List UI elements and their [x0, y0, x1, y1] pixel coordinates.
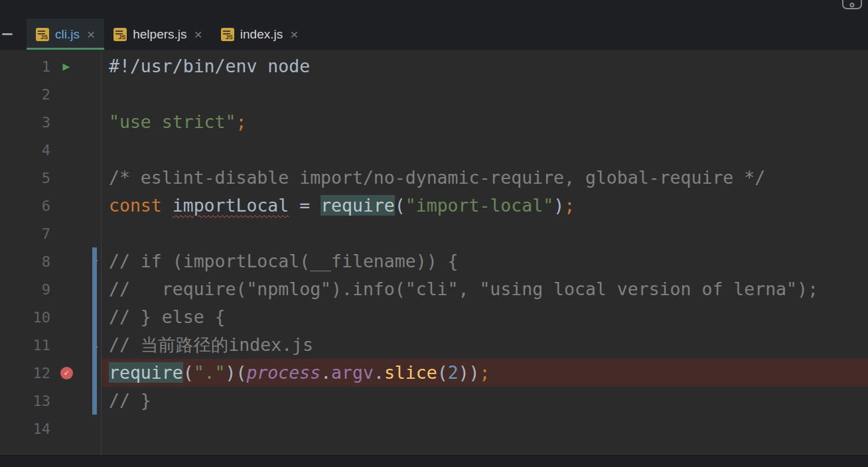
code-line: 7	[0, 220, 868, 247]
tab-cli-js[interactable]: JS cli.js ×	[27, 19, 104, 50]
code-text[interactable]	[101, 136, 868, 164]
code-text[interactable]	[101, 415, 868, 442]
gutter-icon-slot: ▶	[50, 60, 82, 72]
fold-slot: ▵	[82, 340, 101, 350]
token-plain: .	[321, 362, 331, 383]
token-plain: ))	[459, 362, 480, 383]
run-icon[interactable]: ▶	[63, 60, 70, 72]
token-plain: #!/usr/bin/env node	[109, 56, 310, 76]
code-text[interactable]: // if (importLocal(__filename)) {	[101, 247, 868, 275]
token-error: importLocal	[173, 195, 289, 216]
line-number[interactable]: 14	[0, 421, 50, 437]
token-semi: ;	[480, 362, 490, 383]
code-editor: 1▶#!/usr/bin/env node23"use strict";45/*…	[0, 50, 868, 455]
code-text[interactable]: // 当前路径的index.js	[101, 331, 868, 359]
fold-slot: ▿	[82, 256, 101, 267]
status-bar	[0, 455, 868, 467]
js-file-icon-label: JS	[118, 34, 125, 40]
editor-tab-bar: JS cli.js × JS helpers.js × JS index.js …	[0, 19, 868, 50]
code-line: 10// } else {	[0, 303, 868, 331]
token-plain: .	[374, 362, 384, 383]
code-line: 3"use strict";	[0, 108, 868, 136]
code-text[interactable]: /* eslint-disable import/no-dynamic-requ…	[101, 164, 868, 192]
close-tab-icon[interactable]: ×	[290, 27, 298, 41]
line-number[interactable]: 8	[0, 253, 50, 270]
code-line: 13// }	[0, 387, 868, 415]
tab-index-js[interactable]: JS index.js ×	[212, 19, 308, 50]
token-occurrence: require	[321, 195, 395, 216]
toolbar-icon[interactable]	[842, 0, 862, 9]
token-keyword: const	[109, 195, 162, 216]
code-line: 14	[0, 415, 868, 442]
token-plain: (	[437, 362, 448, 383]
js-file-icon-label: JS	[226, 34, 233, 40]
menu-icon[interactable]	[2, 33, 13, 35]
token-plain: (	[183, 362, 194, 383]
line-number[interactable]: 1	[0, 58, 50, 75]
vcs-change-bar[interactable]	[92, 275, 97, 303]
code-line: 12✓require(".")(process.argv.slice(2));	[0, 359, 868, 387]
line-number[interactable]: 9	[0, 281, 50, 298]
line-number[interactable]: 2	[0, 86, 50, 103]
code-text[interactable]: // }	[101, 387, 868, 415]
token-plain: )	[553, 195, 564, 216]
line-number[interactable]: 6	[0, 198, 50, 214]
titlebar	[0, 0, 868, 19]
code-text[interactable]: const importLocal = require("import-loca…	[101, 192, 868, 220]
code-line: 6const importLocal = require("import-loc…	[0, 192, 868, 220]
code-text[interactable]: // } else {	[101, 303, 868, 331]
vcs-change-bar[interactable]	[92, 303, 97, 331]
js-file-icon: JS	[221, 28, 234, 41]
code-text[interactable]: // require("npmlog").info("cli", "using …	[101, 275, 868, 303]
gutter-icon-slot: ✓	[50, 367, 82, 379]
line-number[interactable]: 12	[0, 365, 50, 381]
code-line: 1▶#!/usr/bin/env node	[0, 52, 868, 80]
token-comment: // 当前路径的index.js	[109, 334, 313, 355]
vcs-change-bar[interactable]	[92, 247, 97, 275]
token-func: slice	[384, 362, 437, 383]
code-text[interactable]	[101, 80, 868, 108]
js-file-icon: JS	[113, 28, 127, 41]
js-file-icon-label: JS	[40, 34, 48, 40]
code-line: 8▿// if (importLocal(__filename)) {	[0, 247, 868, 275]
code-line: 9// require("npmlog").info("cli", "using…	[0, 275, 868, 303]
token-string: "."	[194, 362, 226, 383]
line-number[interactable]: 5	[0, 170, 50, 186]
line-number[interactable]: 7	[0, 226, 50, 242]
breakpoint-icon[interactable]: ✓	[60, 367, 73, 379]
code-line: 2	[0, 80, 868, 108]
vcs-change-bar[interactable]	[92, 359, 97, 387]
token-global: process	[246, 362, 321, 383]
token-number: 2	[448, 362, 459, 383]
code-text[interactable]: require(".")(process.argv.slice(2));	[101, 359, 868, 387]
tab-label: helpers.js	[133, 27, 186, 42]
token-plain: =	[289, 195, 321, 216]
line-number[interactable]: 4	[0, 142, 50, 159]
token-comment: // }	[109, 390, 151, 411]
code-text[interactable]	[101, 220, 868, 247]
token-comment: // } else {	[109, 306, 226, 327]
vcs-change-bar[interactable]	[92, 331, 97, 359]
close-tab-icon[interactable]: ×	[87, 27, 95, 41]
line-number[interactable]: 13	[0, 393, 50, 409]
line-number[interactable]: 11	[0, 337, 50, 354]
token-plain: (	[395, 195, 405, 216]
token-plain: )(	[226, 362, 247, 383]
close-tab-icon[interactable]: ×	[194, 27, 202, 41]
code-line: 11▵// 当前路径的index.js	[0, 331, 868, 359]
code-line: 5/* eslint-disable import/no-dynamic-req…	[0, 164, 868, 192]
token-string: "use strict"	[109, 111, 236, 132]
token-semi: ;	[564, 195, 575, 216]
token-plain	[162, 195, 173, 216]
tab-helpers-js[interactable]: JS helpers.js ×	[104, 19, 212, 50]
code-text[interactable]: #!/usr/bin/env node	[101, 52, 868, 80]
vcs-change-bar[interactable]	[92, 387, 97, 415]
token-comment: /* eslint-disable import/no-dynamic-requ…	[109, 167, 765, 188]
tab-label: cli.js	[55, 27, 80, 42]
token-field: argv	[331, 362, 374, 383]
token-occurrence: require	[109, 362, 183, 383]
code-text[interactable]: "use strict";	[101, 108, 868, 136]
line-number[interactable]: 10	[0, 309, 50, 326]
toolbar-icon-dot	[850, 3, 855, 7]
line-number[interactable]: 3	[0, 114, 50, 131]
